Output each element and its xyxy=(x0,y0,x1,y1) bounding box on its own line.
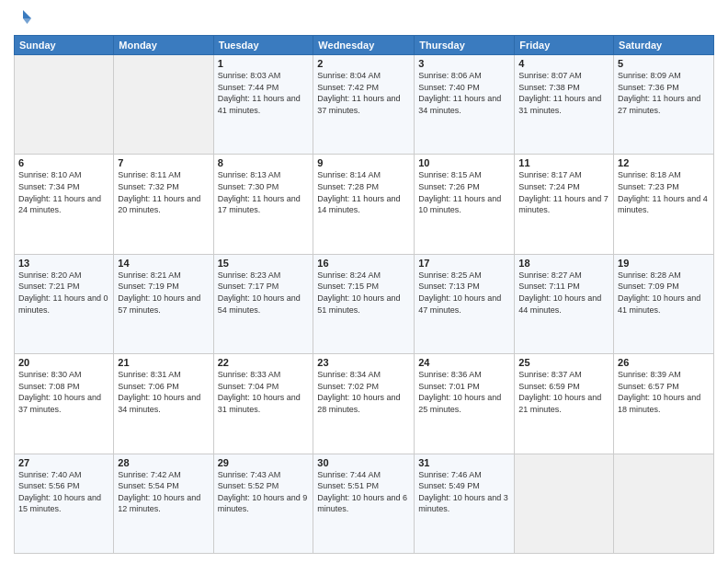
weekday-header-friday: Friday xyxy=(515,36,614,55)
day-number: 18 xyxy=(518,258,609,269)
day-info: Sunrise: 8:11 AM Sunset: 7:32 PM Dayligh… xyxy=(118,169,209,215)
calendar-cell xyxy=(515,454,614,553)
day-info: Sunrise: 8:30 AM Sunset: 7:08 PM Dayligh… xyxy=(18,369,109,415)
calendar-cell: 4Sunrise: 8:07 AM Sunset: 7:38 PM Daylig… xyxy=(515,55,614,155)
day-info: Sunrise: 8:04 AM Sunset: 7:42 PM Dayligh… xyxy=(317,70,410,116)
day-number: 16 xyxy=(317,258,410,269)
calendar-cell: 7Sunrise: 8:11 AM Sunset: 7:32 PM Daylig… xyxy=(114,155,213,254)
day-number: 20 xyxy=(18,357,109,368)
week-row-3: 13Sunrise: 8:20 AM Sunset: 7:21 PM Dayli… xyxy=(15,254,714,353)
calendar-cell: 2Sunrise: 8:04 AM Sunset: 7:42 PM Daylig… xyxy=(313,55,415,155)
day-number: 14 xyxy=(118,258,209,269)
day-info: Sunrise: 8:20 AM Sunset: 7:21 PM Dayligh… xyxy=(18,270,109,316)
calendar-cell: 12Sunrise: 8:18 AM Sunset: 7:23 PM Dayli… xyxy=(614,155,714,254)
week-row-4: 20Sunrise: 8:30 AM Sunset: 7:08 PM Dayli… xyxy=(15,354,714,454)
calendar-cell: 25Sunrise: 8:37 AM Sunset: 6:59 PM Dayli… xyxy=(515,354,614,454)
day-number: 21 xyxy=(118,357,209,368)
calendar-cell: 1Sunrise: 8:03 AM Sunset: 7:44 PM Daylig… xyxy=(213,55,313,155)
day-info: Sunrise: 8:28 AM Sunset: 7:09 PM Dayligh… xyxy=(618,270,710,316)
week-row-2: 6Sunrise: 8:10 AM Sunset: 7:34 PM Daylig… xyxy=(15,155,714,254)
weekday-header-monday: Monday xyxy=(114,36,213,55)
day-info: Sunrise: 8:18 AM Sunset: 7:23 PM Dayligh… xyxy=(618,169,710,215)
calendar-cell xyxy=(114,55,213,155)
calendar-cell: 16Sunrise: 8:24 AM Sunset: 7:15 PM Dayli… xyxy=(313,254,415,353)
day-info: Sunrise: 8:27 AM Sunset: 7:11 PM Dayligh… xyxy=(518,270,609,316)
calendar-cell: 9Sunrise: 8:14 AM Sunset: 7:28 PM Daylig… xyxy=(313,155,415,254)
day-info: Sunrise: 7:46 AM Sunset: 5:49 PM Dayligh… xyxy=(418,469,510,515)
day-number: 24 xyxy=(418,357,510,368)
day-info: Sunrise: 8:31 AM Sunset: 7:06 PM Dayligh… xyxy=(118,369,209,415)
day-number: 27 xyxy=(18,457,109,468)
weekday-header-thursday: Thursday xyxy=(415,36,515,55)
weekday-header-row: SundayMondayTuesdayWednesdayThursdayFrid… xyxy=(15,36,714,55)
day-number: 8 xyxy=(218,157,310,168)
day-number: 13 xyxy=(18,258,109,269)
calendar-cell: 30Sunrise: 7:44 AM Sunset: 5:51 PM Dayli… xyxy=(313,454,415,553)
day-info: Sunrise: 8:15 AM Sunset: 7:26 PM Dayligh… xyxy=(418,169,510,215)
day-number: 3 xyxy=(418,58,510,69)
day-number: 1 xyxy=(218,58,310,69)
day-number: 6 xyxy=(18,157,109,168)
day-info: Sunrise: 8:06 AM Sunset: 7:40 PM Dayligh… xyxy=(418,70,510,116)
day-info: Sunrise: 7:43 AM Sunset: 5:52 PM Dayligh… xyxy=(218,469,310,515)
weekday-header-tuesday: Tuesday xyxy=(213,36,313,55)
day-info: Sunrise: 8:25 AM Sunset: 7:13 PM Dayligh… xyxy=(418,270,510,316)
day-info: Sunrise: 8:37 AM Sunset: 6:59 PM Dayligh… xyxy=(518,369,609,415)
calendar-cell: 21Sunrise: 8:31 AM Sunset: 7:06 PM Dayli… xyxy=(114,354,213,454)
day-number: 17 xyxy=(418,258,510,269)
day-number: 23 xyxy=(317,357,410,368)
calendar-cell: 5Sunrise: 8:09 AM Sunset: 7:36 PM Daylig… xyxy=(614,55,714,155)
page: SundayMondayTuesdayWednesdayThursdayFrid… xyxy=(0,0,728,563)
weekday-header-wednesday: Wednesday xyxy=(313,36,415,55)
calendar-cell: 6Sunrise: 8:10 AM Sunset: 7:34 PM Daylig… xyxy=(15,155,114,254)
svg-marker-1 xyxy=(23,18,31,24)
header xyxy=(14,9,714,28)
calendar-cell: 20Sunrise: 8:30 AM Sunset: 7:08 PM Dayli… xyxy=(15,354,114,454)
calendar-table: SundayMondayTuesdayWednesdayThursdayFrid… xyxy=(14,35,714,554)
day-info: Sunrise: 8:13 AM Sunset: 7:30 PM Dayligh… xyxy=(218,169,310,215)
calendar-cell: 14Sunrise: 8:21 AM Sunset: 7:19 PM Dayli… xyxy=(114,254,213,353)
calendar-cell: 29Sunrise: 7:43 AM Sunset: 5:52 PM Dayli… xyxy=(213,454,313,553)
day-info: Sunrise: 8:33 AM Sunset: 7:04 PM Dayligh… xyxy=(218,369,310,415)
day-number: 12 xyxy=(618,157,710,168)
calendar-cell: 15Sunrise: 8:23 AM Sunset: 7:17 PM Dayli… xyxy=(213,254,313,353)
day-info: Sunrise: 7:42 AM Sunset: 5:54 PM Dayligh… xyxy=(118,469,209,515)
weekday-header-sunday: Sunday xyxy=(15,36,114,55)
calendar-cell xyxy=(15,55,114,155)
calendar-cell: 8Sunrise: 8:13 AM Sunset: 7:30 PM Daylig… xyxy=(213,155,313,254)
day-info: Sunrise: 8:39 AM Sunset: 6:57 PM Dayligh… xyxy=(618,369,710,415)
weekday-header-saturday: Saturday xyxy=(614,36,714,55)
calendar-cell: 27Sunrise: 7:40 AM Sunset: 5:56 PM Dayli… xyxy=(15,454,114,553)
calendar-cell: 3Sunrise: 8:06 AM Sunset: 7:40 PM Daylig… xyxy=(415,55,515,155)
day-info: Sunrise: 7:40 AM Sunset: 5:56 PM Dayligh… xyxy=(18,469,109,515)
calendar-cell: 13Sunrise: 8:20 AM Sunset: 7:21 PM Dayli… xyxy=(15,254,114,353)
day-info: Sunrise: 8:23 AM Sunset: 7:17 PM Dayligh… xyxy=(218,270,310,316)
day-number: 28 xyxy=(118,457,209,468)
day-number: 2 xyxy=(317,58,410,69)
day-info: Sunrise: 8:10 AM Sunset: 7:34 PM Dayligh… xyxy=(18,169,109,215)
day-number: 25 xyxy=(518,357,609,368)
calendar-cell: 18Sunrise: 8:27 AM Sunset: 7:11 PM Dayli… xyxy=(515,254,614,353)
calendar-cell: 31Sunrise: 7:46 AM Sunset: 5:49 PM Dayli… xyxy=(415,454,515,553)
day-info: Sunrise: 8:21 AM Sunset: 7:19 PM Dayligh… xyxy=(118,270,209,316)
calendar-cell: 11Sunrise: 8:17 AM Sunset: 7:24 PM Dayli… xyxy=(515,155,614,254)
day-number: 31 xyxy=(418,457,510,468)
day-number: 11 xyxy=(518,157,609,168)
day-info: Sunrise: 8:17 AM Sunset: 7:24 PM Dayligh… xyxy=(518,169,609,215)
day-number: 30 xyxy=(317,457,410,468)
day-info: Sunrise: 8:24 AM Sunset: 7:15 PM Dayligh… xyxy=(317,270,410,316)
day-info: Sunrise: 8:36 AM Sunset: 7:01 PM Dayligh… xyxy=(418,369,510,415)
calendar-cell xyxy=(614,454,714,553)
calendar-cell: 19Sunrise: 8:28 AM Sunset: 7:09 PM Dayli… xyxy=(614,254,714,353)
day-number: 15 xyxy=(218,258,310,269)
day-number: 26 xyxy=(618,357,710,368)
logo-icon xyxy=(14,9,32,28)
calendar-cell: 22Sunrise: 8:33 AM Sunset: 7:04 PM Dayli… xyxy=(213,354,313,454)
day-number: 29 xyxy=(218,457,310,468)
calendar-cell: 26Sunrise: 8:39 AM Sunset: 6:57 PM Dayli… xyxy=(614,354,714,454)
day-info: Sunrise: 8:14 AM Sunset: 7:28 PM Dayligh… xyxy=(317,169,410,215)
day-info: Sunrise: 8:07 AM Sunset: 7:38 PM Dayligh… xyxy=(518,70,609,116)
week-row-5: 27Sunrise: 7:40 AM Sunset: 5:56 PM Dayli… xyxy=(15,454,714,553)
day-number: 22 xyxy=(218,357,310,368)
svg-marker-0 xyxy=(23,10,31,18)
